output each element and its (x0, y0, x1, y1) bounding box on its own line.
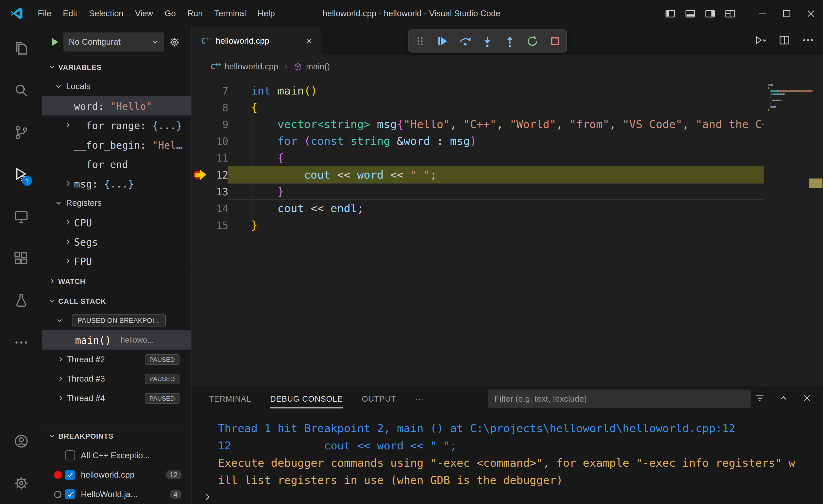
activity-account[interactable] (0, 420, 42, 462)
line-number: 7 (207, 82, 228, 99)
callstack-session-row[interactable]: PAUSED ON BREAKPOI... (42, 311, 191, 330)
thread-row-thread-2[interactable]: Thread #2PAUSED (42, 350, 191, 369)
thread-row-thread-4[interactable]: Thread #4PAUSED (42, 388, 191, 408)
maximize-panel-button[interactable] (778, 392, 789, 406)
minimize-button[interactable] (751, 0, 775, 27)
activity-settings[interactable] (0, 462, 42, 504)
activity-source-control[interactable] (0, 111, 42, 153)
maximize-button[interactable] (775, 0, 799, 27)
code-line-text[interactable]: } (251, 217, 764, 233)
panel-tab-output[interactable]: OUTPUT (362, 386, 396, 411)
run-or-debug-button[interactable] (754, 33, 767, 48)
thread-row-thread-3[interactable]: Thread #3PAUSED (42, 369, 191, 388)
close-button[interactable] (799, 0, 823, 27)
layout-sidebar-right-button[interactable] (700, 0, 720, 27)
variable-row-word[interactable]: word: "Hello" (42, 96, 191, 115)
debug-step-over-button[interactable] (456, 31, 475, 50)
gear-icon[interactable] (169, 37, 180, 47)
code-line-text[interactable]: vector<string> msg{"Hello", "C++", "Worl… (251, 116, 764, 133)
gutter-glyph-margin[interactable] (191, 217, 207, 233)
debug-restart-button[interactable] (523, 31, 542, 50)
chevron-right-icon (62, 237, 74, 246)
split-editor-button[interactable] (778, 33, 791, 48)
code-line-text[interactable]: { (251, 99, 764, 116)
menu-go[interactable]: Go (159, 0, 182, 27)
variable-row-for-end[interactable]: __for_end (42, 154, 191, 173)
breakpoints-section-header[interactable]: BREAKPOINTS (42, 426, 191, 446)
code-line-text[interactable]: int main() (251, 82, 764, 99)
variables-group-registers[interactable]: Registers (42, 193, 191, 212)
gutter-glyph-margin[interactable] (191, 82, 207, 99)
layout-panel-button[interactable] (680, 0, 700, 27)
menu-file[interactable]: File (32, 0, 57, 27)
close-panel-button[interactable] (801, 392, 812, 406)
callstack-frame-row[interactable]: main()hellowo... (42, 330, 191, 350)
variable-row-fpu[interactable]: FPU (42, 251, 191, 271)
debug-config-dropdown[interactable]: No Configurat (63, 32, 164, 51)
activity-more[interactable] (0, 321, 42, 363)
chevron-down-icon (52, 198, 65, 207)
layout-customize-button[interactable] (720, 0, 740, 27)
gutter-glyph-margin[interactable] (191, 116, 207, 133)
gutter-glyph-margin[interactable] (191, 133, 207, 150)
menu-help[interactable]: Help (252, 0, 281, 27)
console-filter-button[interactable] (754, 392, 765, 406)
minimap[interactable] (764, 79, 823, 386)
debug-continue-button[interactable] (433, 31, 452, 50)
activity-search[interactable] (0, 69, 42, 111)
gutter-glyph-margin[interactable] (191, 166, 207, 183)
variables-group-locals[interactable]: Locals (42, 77, 191, 96)
tab-helloworld-cpp[interactable]: C++ helloworld.cpp (191, 27, 321, 54)
titlebar: FileEditSelectionViewGoRunTerminalHelp h… (0, 0, 823, 27)
console-filter-input[interactable] (488, 389, 751, 408)
menu-view[interactable]: View (129, 0, 159, 27)
gutter-glyph-margin[interactable] (191, 183, 207, 200)
console-prompt-chevron-icon[interactable] (201, 490, 214, 503)
start-debugging-button[interactable] (48, 36, 61, 48)
breadcrumb-item-helloworld-cpp[interactable]: C++helloworld.cpp (210, 62, 279, 71)
watch-section-header[interactable]: WATCH (42, 271, 191, 291)
code-line-text[interactable]: cout << endl; (251, 200, 764, 217)
breakpoint-row-helloworld-cpp[interactable]: helloworld.cpp12 (42, 465, 191, 484)
menu-selection[interactable]: Selection (83, 0, 129, 27)
callstack-section-header[interactable]: CALL STACK (42, 291, 191, 311)
panel-tab-more[interactable]: ··· (415, 386, 424, 411)
code-line-text[interactable]: { (251, 150, 764, 166)
menu-terminal[interactable]: Terminal (208, 0, 252, 27)
gutter-glyph-margin[interactable] (191, 200, 207, 217)
gutter-glyph-margin[interactable] (191, 99, 207, 116)
breakpoint-checkbox[interactable] (65, 489, 75, 499)
layout-sidebar-left-button[interactable] (660, 0, 680, 27)
close-tab-icon[interactable] (305, 37, 313, 45)
breadcrumb-item-main[interactable]: main() (293, 62, 330, 71)
activity-testing[interactable] (0, 279, 42, 321)
breakpoint-row-all-c-exceptio[interactable]: All C++ Exceptio... (42, 446, 191, 465)
breakpoint-checkbox[interactable] (65, 470, 75, 480)
editor-more-actions-button[interactable] (801, 33, 815, 48)
activity-remote-explorer[interactable] (0, 195, 42, 237)
variable-row-for-range[interactable]: __for_range: {...} (42, 116, 191, 135)
activity-run-and-debug[interactable]: 1 (0, 153, 42, 195)
debug-stop-button[interactable] (546, 31, 564, 50)
activity-explorer[interactable] (0, 27, 42, 69)
menu-run[interactable]: Run (182, 0, 208, 27)
variables-section-header[interactable]: VARIABLES (42, 57, 191, 77)
variable-row-msg[interactable]: msg: {...} (42, 174, 191, 193)
activity-extensions[interactable] (0, 237, 42, 279)
panel-tab-debug-console[interactable]: DEBUG CONSOLE (270, 386, 343, 411)
code-line-text[interactable]: for (const string &word : msg) (251, 133, 764, 150)
breakpoint-row-helloworld-ja[interactable]: HelloWorld.ja...4 (42, 484, 191, 504)
debug-step-into-button[interactable] (478, 31, 497, 50)
debug-step-out-button[interactable] (501, 31, 519, 50)
menu-edit[interactable]: Edit (57, 0, 83, 27)
variable-row-for-begin[interactable]: __for_begin: "Hel… (42, 135, 191, 154)
variable-row-segs[interactable]: Segs (42, 232, 191, 251)
gutter-glyph-margin[interactable] (191, 150, 207, 166)
panel-tab-terminal[interactable]: TERMINAL (209, 386, 251, 411)
code-line-text[interactable]: } (228, 183, 764, 200)
breakpoint-checkbox[interactable] (65, 451, 75, 460)
code-line-text[interactable]: cout << word << " "; (228, 166, 764, 183)
editor-tab-bar: C++ helloworld.cpp (191, 27, 823, 54)
variable-row-cpu[interactable]: CPU (42, 213, 191, 232)
breakpoint-line-badge: 4 (169, 490, 182, 499)
